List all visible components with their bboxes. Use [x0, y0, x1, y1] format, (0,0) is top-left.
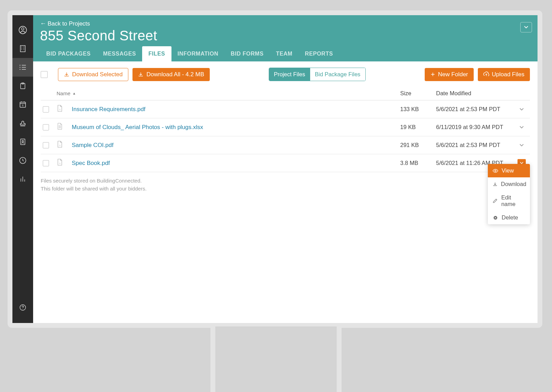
- svg-point-9: [20, 65, 20, 66]
- file-date: 6/11/2019 at 9:30 AM PDT: [436, 124, 515, 130]
- pdf-file-icon: 人: [57, 140, 65, 150]
- row-actions-menu: View Download Edit name: [488, 164, 530, 224]
- tab-messages[interactable]: MESSAGES: [97, 46, 142, 61]
- main-area: Back to Projects 855 Second Street BID P…: [33, 15, 538, 323]
- upload-files-label: Upload Files: [492, 71, 525, 78]
- download-all-label: Download All - 4.2 MB: [146, 71, 204, 78]
- sidebar-list[interactable]: [12, 58, 33, 77]
- svg-text:人: 人: [59, 162, 61, 164]
- sidebar-clipboard[interactable]: [12, 77, 33, 95]
- download-selected-button[interactable]: Download Selected: [58, 68, 128, 81]
- svg-text:6: 6: [22, 104, 23, 107]
- footer-note-1: Files securely stored on BuildingConnect…: [41, 177, 530, 185]
- project-header: Back to Projects 855 Second Street BID P…: [33, 15, 538, 61]
- svg-point-30: [22, 308, 23, 309]
- sidebar-stamp[interactable]: [12, 114, 33, 133]
- file-date: 5/6/2021 at 2:53 PM PDT: [436, 142, 515, 148]
- app-sidebar: 6: [12, 15, 33, 323]
- tab-bid-forms[interactable]: BID FORMS: [225, 46, 270, 61]
- file-name-link[interactable]: Sample COI.pdf: [72, 142, 114, 149]
- menu-edit-name[interactable]: Edit name: [488, 191, 530, 211]
- eye-icon: [493, 169, 498, 173]
- file-size: 3.8 MB: [400, 160, 436, 166]
- svg-point-24: [22, 140, 23, 142]
- project-title: 855 Second Street: [40, 28, 531, 43]
- files-table: Name ▲ Size Date Modified 人 Insurance Re…: [33, 87, 538, 172]
- svg-rect-2: [20, 46, 25, 52]
- footer-notes: Files securely stored on BuildingConnect…: [33, 172, 538, 197]
- sidebar-help[interactable]: [12, 298, 33, 317]
- pencil-icon: [493, 198, 498, 203]
- file-name-link[interactable]: Spec Book.pdf: [72, 160, 110, 167]
- tab-team[interactable]: TEAM: [270, 46, 299, 61]
- file-size: 133 KB: [400, 106, 436, 112]
- menu-download[interactable]: Download: [488, 177, 530, 191]
- table-row: 人 Spec Book.pdf 3.8 MB 5/6/2021 at 11:26…: [41, 154, 530, 172]
- column-size[interactable]: Size: [400, 90, 436, 97]
- svg-point-11: [20, 69, 20, 70]
- row-checkbox[interactable]: [43, 124, 49, 130]
- sidebar-analytics[interactable]: [12, 170, 33, 188]
- svg-point-10: [20, 67, 20, 68]
- download-icon: [493, 182, 497, 187]
- sort-asc-icon: ▲: [72, 91, 76, 95]
- header-dropdown-button[interactable]: [520, 22, 532, 32]
- upload-files-button[interactable]: Upload Files: [478, 68, 530, 81]
- file-size: 291 KB: [400, 142, 436, 148]
- file-name-link[interactable]: Museum of Clouds_ Aerial Photos - with p…: [72, 124, 203, 131]
- column-date[interactable]: Date Modified: [436, 90, 515, 97]
- pdf-file-icon: 人: [57, 158, 65, 168]
- column-name[interactable]: Name ▲: [57, 90, 400, 96]
- files-toolbar: Download Selected Download All - 4.2 MB …: [33, 61, 538, 87]
- row-actions-toggle[interactable]: [515, 108, 528, 111]
- tab-reports[interactable]: REPORTS: [299, 46, 339, 61]
- row-checkbox[interactable]: [43, 142, 49, 148]
- svg-text:人: 人: [59, 144, 61, 146]
- svg-point-1: [22, 28, 24, 30]
- sidebar-profile[interactable]: [12, 21, 33, 39]
- project-files-toggle[interactable]: Project Files: [269, 68, 310, 81]
- file-date: 5/6/2021 at 2:53 PM PDT: [436, 106, 515, 112]
- menu-delete[interactable]: Delete: [488, 211, 530, 224]
- row-actions-toggle[interactable]: [515, 144, 528, 147]
- file-name-link[interactable]: Insurance Requirements.pdf: [72, 106, 146, 113]
- footer-note-2: This folder will be shared with all your…: [41, 185, 530, 193]
- row-checkbox[interactable]: [43, 106, 49, 112]
- table-row: Museum of Clouds_ Aerial Photos - with p…: [41, 118, 530, 136]
- sidebar-calendar[interactable]: 6: [12, 95, 33, 114]
- pdf-file-icon: 人: [57, 105, 65, 114]
- menu-view[interactable]: View: [488, 164, 530, 177]
- row-checkbox[interactable]: [43, 160, 49, 166]
- sidebar-company[interactable]: [12, 39, 33, 58]
- svg-text:人: 人: [59, 108, 61, 110]
- download-selected-label: Download Selected: [72, 71, 122, 78]
- file-scope-toggle: Project Files Bid Package Files: [269, 68, 366, 81]
- download-all-button[interactable]: Download All - 4.2 MB: [132, 68, 209, 81]
- file-size: 19 KB: [400, 124, 436, 130]
- new-folder-button[interactable]: New Folder: [425, 68, 474, 81]
- new-folder-label: New Folder: [438, 71, 468, 78]
- table-row: 人 Insurance Requirements.pdf 133 KB 5/6/…: [41, 100, 530, 118]
- row-actions-toggle[interactable]: [515, 126, 528, 129]
- xlsx-file-icon: [57, 122, 65, 132]
- sidebar-contacts[interactable]: [12, 133, 33, 151]
- project-tabs: BID PACKAGES MESSAGES FILES INFORMATION …: [40, 46, 531, 61]
- bid-package-files-toggle[interactable]: Bid Package Files: [310, 68, 365, 81]
- sidebar-clock[interactable]: [12, 151, 33, 170]
- table-row: 人 Sample COI.pdf 291 KB 5/6/2021 at 2:53…: [41, 136, 530, 154]
- tab-bid-packages[interactable]: BID PACKAGES: [40, 46, 97, 61]
- tab-files[interactable]: FILES: [142, 46, 171, 61]
- back-to-projects-link[interactable]: Back to Projects: [40, 20, 90, 27]
- table-header-row: Name ▲ Size Date Modified: [41, 87, 530, 100]
- tab-information[interactable]: INFORMATION: [171, 46, 225, 61]
- select-all-checkbox[interactable]: [41, 71, 48, 78]
- delete-icon: [493, 215, 498, 220]
- svg-point-40: [495, 170, 496, 172]
